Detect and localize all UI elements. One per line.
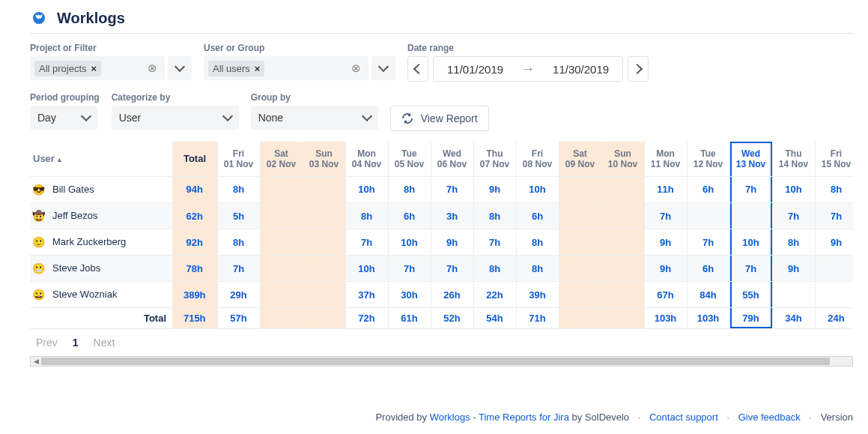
hours-cell[interactable]: 10h xyxy=(388,229,431,256)
total-hours-cell[interactable]: 103h xyxy=(687,308,729,329)
hours-cell[interactable]: 8h xyxy=(217,176,260,203)
categorize-select[interactable]: User xyxy=(112,106,239,130)
user-column-header[interactable]: User▲ xyxy=(30,142,172,176)
row-total[interactable]: 92h xyxy=(172,229,217,256)
total-hours-cell[interactable]: 71h xyxy=(516,308,559,329)
hours-cell[interactable]: 7h xyxy=(772,203,815,229)
hours-cell[interactable]: 8h xyxy=(473,203,516,229)
hours-cell[interactable]: 22h xyxy=(473,282,516,308)
day-column-header[interactable]: Wed13 Nov xyxy=(729,142,772,176)
day-column-header[interactable]: Wed06 Nov xyxy=(431,142,473,176)
day-column-header[interactable]: Mon11 Nov xyxy=(644,142,687,176)
footer-feedback-link[interactable]: Give feedback xyxy=(738,412,801,423)
hours-cell[interactable]: 6h xyxy=(516,203,559,229)
total-column-header[interactable]: Total xyxy=(172,142,217,176)
day-column-header[interactable]: Sat02 Nov xyxy=(260,142,303,176)
user-filter-chipbox[interactable]: All users × ⊗ xyxy=(204,56,368,80)
hours-cell[interactable]: 26h xyxy=(431,282,473,308)
hours-cell[interactable]: 9h xyxy=(644,256,687,282)
day-column-header[interactable]: Fri01 Nov xyxy=(217,142,260,176)
project-dropdown-button[interactable] xyxy=(168,56,192,80)
hours-cell[interactable]: 7h xyxy=(729,256,772,282)
footer-support-link[interactable]: Contact support xyxy=(649,412,718,423)
horizontal-scrollbar[interactable]: ◀ xyxy=(30,356,853,367)
user-cell[interactable]: 🙂Mark Zuckerberg xyxy=(30,229,172,256)
hours-cell[interactable]: 37h xyxy=(345,282,388,308)
day-column-header[interactable]: Fri08 Nov xyxy=(516,142,559,176)
footer-app-link[interactable]: Worklogs - Time Reports for Jira xyxy=(430,412,569,423)
hours-cell[interactable]: 6h xyxy=(687,176,729,203)
day-column-header[interactable]: Thu07 Nov xyxy=(473,142,516,176)
day-column-header[interactable]: Sun03 Nov xyxy=(303,142,345,176)
hours-cell[interactable]: 10h xyxy=(729,229,772,256)
clear-icon[interactable]: ⊗ xyxy=(145,61,160,75)
hours-cell[interactable]: 8h xyxy=(473,256,516,282)
hours-cell[interactable]: 30h xyxy=(388,282,431,308)
total-hours-cell[interactable]: 72h xyxy=(345,308,388,329)
hours-cell[interactable]: 7h xyxy=(687,229,729,256)
hours-cell[interactable]: 7h xyxy=(388,256,431,282)
total-hours-cell[interactable]: 61h xyxy=(388,308,431,329)
hours-cell[interactable]: 7h xyxy=(431,176,473,203)
hours-cell[interactable]: 11h xyxy=(644,176,687,203)
hours-cell[interactable]: 9h xyxy=(473,176,516,203)
hours-cell[interactable]: 8h xyxy=(772,229,815,256)
hours-cell[interactable]: 10h xyxy=(516,176,559,203)
row-total[interactable]: 62h xyxy=(172,203,217,229)
day-column-header[interactable]: Sat09 Nov xyxy=(559,142,601,176)
hours-cell[interactable]: 7h xyxy=(473,229,516,256)
hours-cell[interactable]: 8h xyxy=(516,229,559,256)
total-hours-cell[interactable]: 52h xyxy=(431,308,473,329)
scrollbar-thumb[interactable] xyxy=(41,358,830,365)
hours-cell[interactable]: 9h xyxy=(772,256,815,282)
grand-total[interactable]: 715h xyxy=(172,308,217,329)
hours-cell[interactable]: 39h xyxy=(516,282,559,308)
hours-cell[interactable]: 10h xyxy=(772,176,815,203)
hours-cell[interactable]: 8h xyxy=(217,229,260,256)
scroll-left-icon[interactable]: ◀ xyxy=(31,357,41,366)
hours-cell[interactable]: 8h xyxy=(815,176,853,203)
hours-cell[interactable]: 3h xyxy=(431,203,473,229)
date-prev-button[interactable] xyxy=(407,56,428,82)
user-cell[interactable]: 🤠Jeff Bezos xyxy=(30,203,172,229)
hours-cell[interactable]: 84h xyxy=(687,282,729,308)
hours-cell[interactable]: 10h xyxy=(345,256,388,282)
user-cell[interactable]: 😬Steve Jobs xyxy=(30,256,172,282)
total-hours-cell[interactable]: 24h xyxy=(815,308,853,329)
hours-cell[interactable]: 6h xyxy=(388,203,431,229)
date-next-button[interactable] xyxy=(628,56,649,82)
hours-cell[interactable]: 29h xyxy=(217,282,260,308)
hours-cell[interactable]: 7h xyxy=(345,229,388,256)
hours-cell[interactable]: 7h xyxy=(644,203,687,229)
total-hours-cell[interactable]: 57h xyxy=(217,308,260,329)
total-hours-cell[interactable]: 54h xyxy=(473,308,516,329)
hours-cell[interactable]: 9h xyxy=(815,229,853,256)
total-hours-cell[interactable]: 103h xyxy=(644,308,687,329)
total-hours-cell[interactable]: 34h xyxy=(772,308,815,329)
hours-cell[interactable]: 7h xyxy=(729,176,772,203)
view-report-button[interactable]: View Report xyxy=(390,106,489,131)
hours-cell[interactable]: 7h xyxy=(217,256,260,282)
hours-cell[interactable]: 8h xyxy=(516,256,559,282)
day-column-header[interactable]: Tue05 Nov xyxy=(388,142,431,176)
row-total[interactable]: 94h xyxy=(172,176,217,203)
day-column-header[interactable]: Sun10 Nov xyxy=(601,142,644,176)
group-select[interactable]: None xyxy=(251,106,378,130)
pager-next[interactable]: Next xyxy=(94,337,115,349)
project-filter-chipbox[interactable]: All projects × ⊗ xyxy=(30,56,165,80)
close-icon[interactable]: × xyxy=(255,63,261,74)
hours-cell[interactable]: 8h xyxy=(345,203,388,229)
row-total[interactable]: 389h xyxy=(172,282,217,308)
hours-cell[interactable]: 9h xyxy=(431,229,473,256)
close-icon[interactable]: × xyxy=(91,63,97,74)
hours-cell[interactable]: 10h xyxy=(345,176,388,203)
date-range-box[interactable]: 11/01/2019 → 11/30/2019 xyxy=(433,56,623,82)
hours-cell[interactable]: 55h xyxy=(729,282,772,308)
period-select[interactable]: Day xyxy=(30,106,97,130)
day-column-header[interactable]: Thu14 Nov xyxy=(772,142,815,176)
hours-cell[interactable]: 7h xyxy=(815,203,853,229)
user-cell[interactable]: 😀Steve Wozniak xyxy=(30,282,172,308)
user-cell[interactable]: 😎Bill Gates xyxy=(30,177,172,203)
hours-cell[interactable]: 6h xyxy=(687,256,729,282)
user-dropdown-button[interactable] xyxy=(371,56,395,80)
